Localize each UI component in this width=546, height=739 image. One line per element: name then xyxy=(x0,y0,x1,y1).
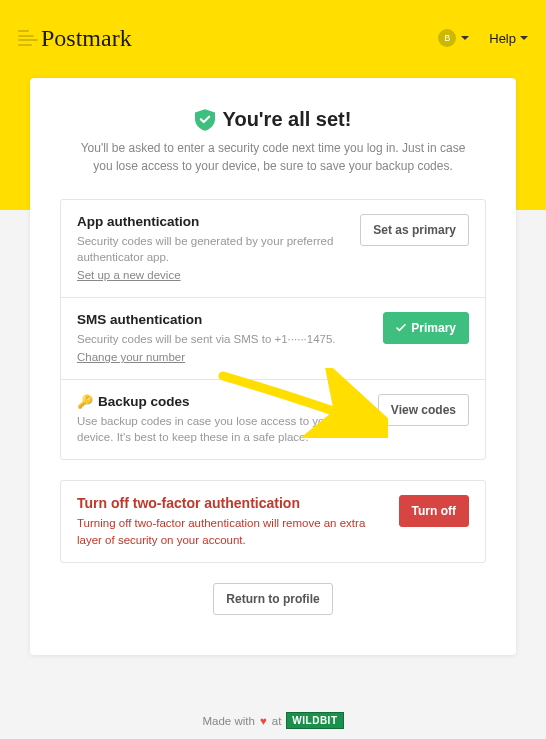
return-to-profile-button[interactable]: Return to profile xyxy=(213,583,332,615)
app-auth-title: App authentication xyxy=(77,214,346,229)
key-icon: 🔑 xyxy=(77,394,93,409)
primary-badge: Primary xyxy=(383,312,469,344)
check-icon xyxy=(396,324,406,332)
setup-new-device-link[interactable]: Set up a new device xyxy=(77,269,181,281)
primary-badge-label: Primary xyxy=(411,321,456,335)
avatar: B xyxy=(438,29,456,47)
brand-logo[interactable]: Postmark xyxy=(18,25,132,52)
header: Postmark B Help xyxy=(0,0,546,58)
chevron-down-icon xyxy=(520,36,528,40)
account-menu[interactable]: B xyxy=(438,29,469,47)
auth-methods-panel: App authentication Security codes will b… xyxy=(60,199,486,460)
help-label: Help xyxy=(489,31,516,46)
turn-off-2fa-title: Turn off two-factor authentication xyxy=(77,495,385,511)
brand-name: Postmark xyxy=(41,25,132,52)
sms-auth-desc: Security codes will be sent via SMS to +… xyxy=(77,331,369,347)
heart-icon: ♥ xyxy=(260,715,267,727)
footer-middle: at xyxy=(272,715,282,727)
turn-off-2fa-desc: Turning off two-factor authentication wi… xyxy=(77,515,385,547)
main-card: You're all set! You'll be asked to enter… xyxy=(30,78,516,655)
backup-codes-section: 🔑 Backup codes Use backup codes in case … xyxy=(61,379,485,459)
page-subtitle: You'll be asked to enter a security code… xyxy=(73,139,473,175)
app-auth-section: App authentication Security codes will b… xyxy=(61,200,485,297)
footer-prefix: Made with xyxy=(203,715,255,727)
shield-check-icon xyxy=(195,109,215,131)
view-codes-button[interactable]: View codes xyxy=(378,394,469,426)
app-auth-desc: Security codes will be generated by your… xyxy=(77,233,346,265)
danger-panel: Turn off two-factor authentication Turni… xyxy=(60,480,486,562)
help-menu[interactable]: Help xyxy=(489,31,528,46)
wildbit-link[interactable]: WILDBIT xyxy=(286,712,343,729)
turn-off-button[interactable]: Turn off xyxy=(399,495,469,527)
footer: Made with ♥ at WILDBIT xyxy=(0,712,546,729)
sms-auth-title: SMS authentication xyxy=(77,312,369,327)
page-title: You're all set! xyxy=(223,108,352,131)
backup-codes-title: Backup codes xyxy=(98,394,190,409)
set-as-primary-button[interactable]: Set as primary xyxy=(360,214,469,246)
chevron-down-icon xyxy=(461,36,469,40)
hero: You're all set! You'll be asked to enter… xyxy=(60,108,486,175)
change-number-link[interactable]: Change your number xyxy=(77,351,185,363)
logo-lines-icon xyxy=(18,30,38,46)
backup-codes-desc: Use backup codes in case you lose access… xyxy=(77,413,364,445)
sms-auth-section: SMS authentication Security codes will b… xyxy=(61,297,485,379)
